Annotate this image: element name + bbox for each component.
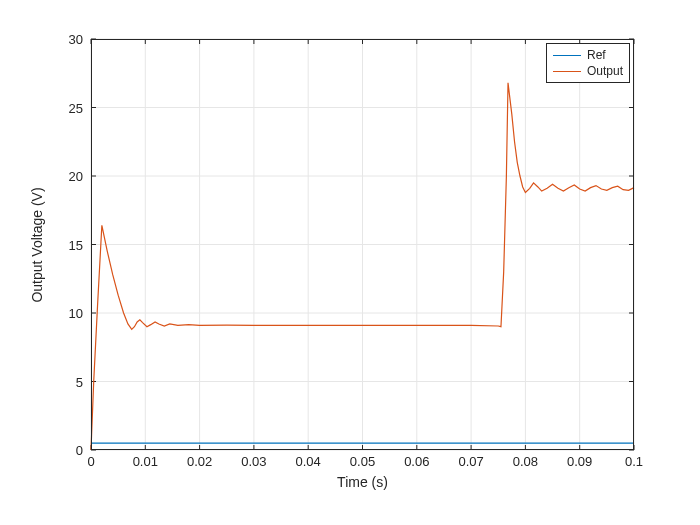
legend-label: Output [587,64,623,78]
legend: Ref Output [546,43,630,83]
grid-lines [91,39,634,450]
x-tick-label: 0.01 [133,454,158,469]
x-tick-label: 0.1 [625,454,643,469]
figure: 00.010.020.030.040.050.060.070.080.090.1… [0,0,700,525]
legend-label: Ref [587,48,606,62]
plot-area [91,39,634,450]
x-tick-label: 0.06 [404,454,429,469]
y-tick-label: 25 [69,100,83,115]
x-tick-label: 0.05 [350,454,375,469]
x-tick-label: 0.08 [513,454,538,469]
x-tick-label: 0.07 [458,454,483,469]
x-axis-label: Time (s) [91,474,634,490]
legend-swatch-ref [553,55,581,56]
x-tick-label: 0 [87,454,94,469]
y-tick-label: 5 [76,374,83,389]
legend-entry-ref: Ref [553,47,623,63]
y-tick-label: 20 [69,169,83,184]
y-tick-label: 15 [69,237,83,252]
legend-swatch-output [553,71,581,72]
x-tick-label: 0.03 [241,454,266,469]
y-axis-label: Output Voltage (V) [29,39,45,450]
axes [91,39,634,450]
x-tick-label: 0.09 [567,454,592,469]
x-tick-label: 0.02 [187,454,212,469]
y-tick-label: 10 [69,306,83,321]
y-tick-label: 0 [76,443,83,458]
legend-entry-output: Output [553,63,623,79]
y-tick-label: 30 [69,32,83,47]
x-tick-label: 0.04 [296,454,321,469]
